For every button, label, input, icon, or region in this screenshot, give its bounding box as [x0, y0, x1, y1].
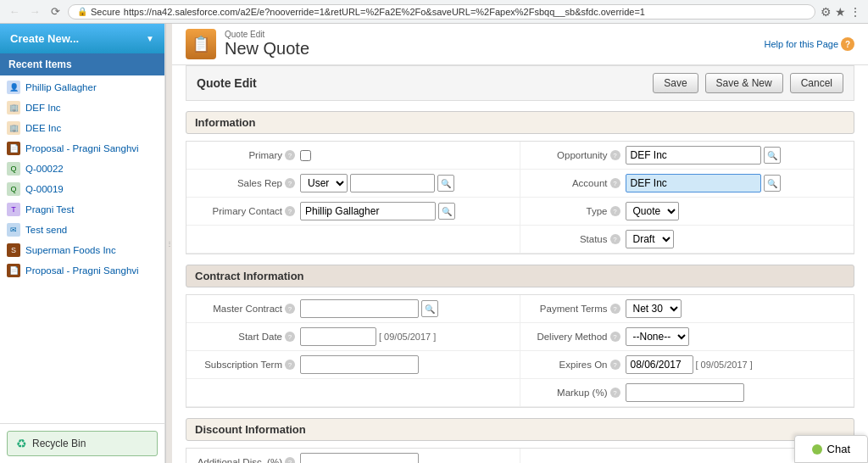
master-contract-search-button[interactable]: 🔍	[421, 300, 438, 317]
primary-contact-search-button[interactable]: 🔍	[438, 203, 455, 220]
recent-item-test-send[interactable]: ✉ Test send	[0, 220, 164, 240]
opportunity-field-group: 🔍	[626, 146, 781, 165]
chat-status-dot	[812, 444, 822, 455]
delivery-method-select[interactable]: --None--	[626, 327, 689, 346]
page-title: New Quote	[225, 39, 309, 59]
status-help-icon[interactable]: ?	[610, 234, 620, 244]
main-topbar: 📋 Quote Edit New Quote Help for this Pag…	[172, 24, 868, 65]
person-icon: 👤	[7, 81, 20, 94]
recent-item-dee-inc[interactable]: 🏢 DEE Inc	[0, 118, 164, 138]
master-contract-help-icon[interactable]: ?	[285, 304, 295, 314]
primary-contact-field-row: Primary Contact ? 🔍	[186, 198, 520, 226]
company-icon: 🏢	[7, 121, 20, 135]
form-toolbar: Quote Edit Save Save & New Cancel	[186, 65, 854, 101]
payment-terms-select[interactable]: Net 30	[626, 299, 682, 318]
recent-item-proposal-pragni-2[interactable]: 📄 Proposal - Pragni Sanghvi	[0, 260, 164, 281]
primary-contact-help-icon[interactable]: ?	[285, 206, 295, 216]
recent-item-def-inc-1[interactable]: 🏢 DEF Inc	[0, 98, 164, 118]
sales-rep-search-button[interactable]: 🔍	[437, 175, 454, 192]
create-new-button[interactable]: Create New... ▼	[0, 24, 164, 53]
account-search-button[interactable]: 🔍	[764, 175, 781, 192]
chat-button[interactable]: Chat	[794, 435, 868, 463]
url-text: https://na42.salesforce.com/a2E/e?noover…	[124, 7, 645, 17]
markup-input[interactable]	[626, 383, 744, 402]
opportunity-help-icon[interactable]: ?	[610, 150, 620, 160]
reload-button[interactable]: ⟳	[47, 4, 63, 20]
payment-terms-help-icon[interactable]: ?	[610, 304, 620, 314]
forward-button[interactable]: →	[27, 4, 42, 20]
additional-disc-field-row: Additional Disc. (%) ?	[186, 449, 520, 463]
start-date-help-icon[interactable]: ?	[285, 332, 295, 342]
main-content: 📋 Quote Edit New Quote Help for this Pag…	[172, 24, 868, 463]
lock-icon: 🔒	[77, 7, 87, 16]
account-label: Account ?	[527, 178, 620, 188]
delivery-method-label: Delivery Method ?	[527, 332, 620, 342]
browser-chrome: ← → ⟳ 🔒 Secure https://na42.salesforce.c…	[0, 0, 868, 24]
expires-on-bracket: [ 09/05/2017 ]	[696, 360, 753, 370]
delivery-method-field-row: Delivery Method ? --None--	[520, 323, 854, 351]
status-select[interactable]: Draft	[626, 230, 674, 248]
recent-item-proposal-pragni-1[interactable]: 📄 Proposal - Pragni Sanghvi	[0, 138, 164, 159]
account-field-group: 🔍	[626, 174, 781, 192]
recent-item-phillip-gallagher[interactable]: 👤 Phillip Gallagher	[0, 77, 164, 98]
bookmark-button[interactable]: ★	[835, 5, 846, 19]
subscription-term-help-icon[interactable]: ?	[285, 360, 295, 370]
expires-on-input[interactable]	[626, 355, 693, 374]
sidebar: Create New... ▼ Recent Items 👤 Phillip G…	[0, 24, 165, 463]
account-input[interactable]	[626, 174, 761, 192]
markup-field-row: Markup (%) ?	[520, 379, 854, 407]
type-select[interactable]: Quote	[626, 202, 679, 220]
sales-rep-select[interactable]: User	[300, 174, 348, 192]
subscription-term-field-row: Subscription Term ?	[186, 351, 520, 379]
additional-disc-help-icon[interactable]: ?	[285, 457, 295, 463]
sales-rep-label: Sales Rep ?	[193, 178, 295, 188]
start-date-bracket: [ 09/05/2017 ]	[379, 332, 436, 342]
contract-form-grid: Master Contract ? 🔍 Payment Terms ? Net …	[186, 294, 854, 408]
additional-disc-label: Additional Disc. (%) ?	[193, 457, 295, 463]
master-contract-input[interactable]	[300, 299, 419, 318]
type-help-icon[interactable]: ?	[610, 206, 620, 216]
recycle-bin-button[interactable]: ♻ Recycle Bin	[7, 431, 158, 456]
start-date-input[interactable]	[300, 327, 376, 346]
account-help-icon[interactable]: ?	[610, 178, 620, 188]
opportunity-search-button[interactable]: 🔍	[764, 147, 781, 164]
type-field-row: Type ? Quote	[520, 198, 854, 226]
recent-item-q00022[interactable]: Q Q-00022	[0, 159, 164, 179]
additional-disc-input[interactable]	[300, 453, 419, 463]
sales-rep-input[interactable]	[350, 174, 435, 192]
cancel-button[interactable]: Cancel	[790, 73, 843, 93]
address-bar: 🔒 Secure https://na42.salesforce.com/a2E…	[68, 4, 815, 20]
secure-label: Secure	[91, 7, 120, 17]
primary-help-icon[interactable]: ?	[285, 150, 295, 160]
start-date-label: Start Date ?	[193, 332, 295, 342]
opportunity-field-row: Opportunity ? 🔍	[520, 142, 854, 170]
empty-left-row	[186, 226, 520, 254]
chat-label: Chat	[827, 443, 850, 455]
master-contract-field-row: Master Contract ? 🔍	[186, 295, 520, 323]
primary-contact-input[interactable]	[300, 202, 436, 220]
subscription-term-input[interactable]	[300, 355, 419, 374]
expires-on-help-icon[interactable]: ?	[610, 360, 620, 370]
menu-button[interactable]: ⋮	[849, 5, 861, 19]
proposal-icon: 📄	[7, 142, 20, 155]
back-button[interactable]: ←	[7, 4, 22, 20]
sales-rep-field-group: User 🔍	[300, 174, 454, 192]
browser-actions: ⚙ ★ ⋮	[821, 5, 861, 19]
recent-item-q00019[interactable]: Q Q-00019	[0, 179, 164, 199]
markup-help-icon[interactable]: ?	[610, 388, 620, 398]
empty-contract-left	[186, 379, 520, 407]
page-header: 📋 Quote Edit New Quote	[186, 29, 309, 59]
recent-items-header: Recent Items	[0, 53, 164, 75]
recent-item-pragni-test[interactable]: T Pragni Test	[0, 199, 164, 220]
opportunity-input[interactable]	[626, 146, 761, 165]
help-link[interactable]: Help for this Page ?	[765, 37, 854, 51]
sidebar-resize-handle[interactable]: ⋮	[165, 24, 172, 463]
save-button[interactable]: Save	[653, 73, 698, 93]
sales-rep-help-icon[interactable]: ?	[285, 178, 295, 188]
recent-item-superman-foods[interactable]: S Superman Foods Inc	[0, 240, 164, 260]
extensions-button[interactable]: ⚙	[821, 5, 832, 19]
primary-checkbox[interactable]	[300, 150, 311, 161]
delivery-method-help-icon[interactable]: ?	[610, 332, 620, 342]
primary-contact-field-group: 🔍	[300, 202, 455, 220]
save-new-button[interactable]: Save & New	[705, 73, 783, 93]
